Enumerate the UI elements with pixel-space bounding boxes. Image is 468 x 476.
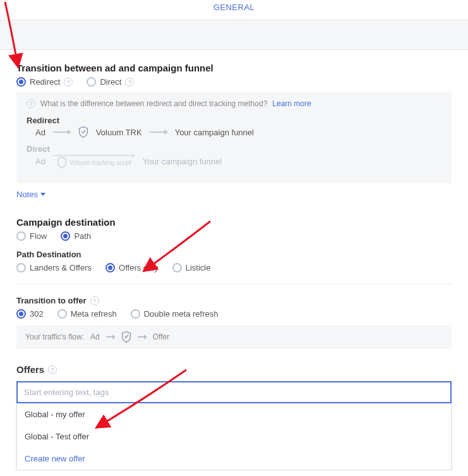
arrow-icon bbox=[53, 155, 135, 156]
offers-search-input[interactable] bbox=[16, 381, 452, 403]
radio-icon bbox=[16, 231, 26, 241]
radio-double-meta-label: Double meta refresh bbox=[144, 309, 219, 319]
shield-icon bbox=[57, 157, 67, 168]
radio-icon bbox=[172, 263, 182, 272]
radio-icon bbox=[87, 77, 96, 87]
radio-meta-refresh[interactable]: Meta refresh bbox=[57, 309, 117, 319]
transition-title: Transition between ad and campaign funne… bbox=[16, 63, 452, 73]
radio-icon bbox=[57, 309, 67, 319]
radio-offers-only[interactable]: Offers only bbox=[105, 263, 159, 272]
flow-ad-dim: Ad bbox=[35, 157, 45, 166]
help-icon[interactable]: ? bbox=[90, 296, 99, 305]
radio-icon bbox=[131, 309, 140, 319]
arrow-icon bbox=[150, 131, 167, 133]
redirect-flow-title: Redirect bbox=[27, 116, 441, 125]
transition-to-offer-label: Transition to offer ? bbox=[16, 296, 452, 305]
radio-icon bbox=[16, 77, 26, 87]
flow-ad: Ad bbox=[90, 333, 100, 341]
flow-label: Your traffic's flow: bbox=[25, 333, 84, 341]
radio-icon bbox=[61, 231, 70, 241]
radio-icon bbox=[16, 263, 26, 272]
radio-meta-label: Meta refresh bbox=[71, 309, 117, 319]
help-icon[interactable]: ? bbox=[125, 78, 134, 87]
offers-heading: Offers ? bbox=[16, 364, 452, 375]
offer-option[interactable]: Global - my offer bbox=[17, 403, 451, 425]
destination-title: Campaign destination bbox=[16, 217, 452, 228]
radio-offers-only-label: Offers only bbox=[119, 263, 159, 272]
radio-redirect-label: Redirect bbox=[30, 77, 60, 87]
offer-option[interactable]: Global - Test offer bbox=[17, 425, 451, 448]
traffic-flow-strip: Your traffic's flow: Ad Offer bbox=[16, 325, 452, 349]
flow-funnel-dim: Your campaign funnel bbox=[143, 157, 222, 166]
radio-icon bbox=[16, 309, 26, 319]
radio-path[interactable]: Path bbox=[61, 231, 91, 241]
notes-label: Notes bbox=[16, 190, 38, 199]
radio-flow[interactable]: Flow bbox=[16, 231, 47, 241]
transition-info-box: ? What is the difference between redirec… bbox=[16, 92, 452, 183]
help-icon[interactable]: ? bbox=[48, 365, 57, 374]
path-destination-label: Path Destination bbox=[16, 250, 452, 259]
radio-redirect[interactable]: Redirect ? bbox=[16, 77, 73, 87]
tracking-script-label: Voluum tracking script bbox=[69, 159, 131, 166]
radio-direct[interactable]: Direct ? bbox=[87, 77, 134, 87]
offers-dropdown: Global - my offer Global - Test offer Cr… bbox=[16, 403, 452, 470]
chevron-down-icon bbox=[40, 193, 45, 196]
radio-landers-offers[interactable]: Landers & Offers bbox=[16, 263, 92, 272]
notes-toggle[interactable]: Notes bbox=[16, 190, 45, 199]
radio-302[interactable]: 302 bbox=[16, 309, 44, 319]
info-question: What is the difference between redirect … bbox=[40, 99, 267, 108]
help-icon[interactable]: ? bbox=[64, 78, 73, 87]
header-strip bbox=[0, 20, 468, 50]
radio-path-label: Path bbox=[74, 231, 91, 241]
shield-icon bbox=[78, 126, 88, 138]
flow-offer: Offer bbox=[153, 333, 169, 341]
learn-more-link[interactable]: Learn more bbox=[272, 99, 311, 108]
arrow-icon bbox=[138, 336, 147, 338]
radio-listicle[interactable]: Listicle bbox=[172, 263, 211, 272]
radio-landers-offers-label: Landers & Offers bbox=[30, 263, 92, 272]
tab-general[interactable]: GENERAL bbox=[213, 0, 255, 15]
radio-302-label: 302 bbox=[30, 309, 44, 319]
radio-direct-label: Direct bbox=[100, 77, 121, 87]
arrow-icon bbox=[106, 336, 115, 338]
arrow-icon bbox=[53, 131, 71, 133]
radio-double-meta[interactable]: Double meta refresh bbox=[131, 309, 219, 319]
flow-trk: Voluum TRK bbox=[96, 128, 142, 137]
direct-flow-title: Direct bbox=[27, 144, 441, 154]
flow-ad: Ad bbox=[35, 128, 45, 137]
radio-flow-label: Flow bbox=[30, 231, 47, 241]
create-new-offer[interactable]: Create new offer bbox=[17, 448, 451, 470]
radio-icon bbox=[105, 263, 115, 272]
divider bbox=[16, 284, 452, 284]
help-icon: ? bbox=[27, 99, 35, 108]
flow-funnel: Your campaign funnel bbox=[175, 128, 254, 137]
shield-icon bbox=[121, 331, 131, 343]
radio-listicle-label: Listicle bbox=[186, 263, 211, 272]
